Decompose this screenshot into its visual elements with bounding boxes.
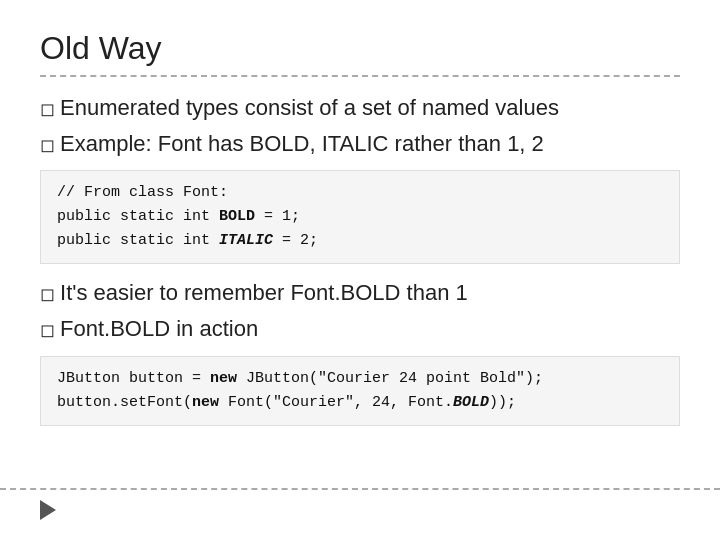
nav-arrow-icon[interactable] <box>40 500 56 520</box>
bullet-1: Enumerated types consist of a set of nam… <box>40 93 680 123</box>
bottom-divider <box>0 488 720 490</box>
slide-title: Old Way <box>40 30 680 67</box>
code-line-4: JButton button = new JButton("Courier 24… <box>57 367 663 391</box>
top-bullets-section: Enumerated types consist of a set of nam… <box>40 93 680 158</box>
code-block-1: // From class Font: public static int BO… <box>40 170 680 264</box>
bullet-3: It's easier to remember Font.BOLD than 1 <box>40 278 680 308</box>
code-line-5: button.setFont(new Font("Courier", 24, F… <box>57 391 663 415</box>
code-block-2: JButton button = new JButton("Courier 24… <box>40 356 680 426</box>
code-line-3: public static int ITALIC = 2; <box>57 229 663 253</box>
code-line-2: public static int BOLD = 1; <box>57 205 663 229</box>
top-divider <box>40 75 680 77</box>
bullet-4: Font.BOLD in action <box>40 314 680 344</box>
bottom-nav[interactable] <box>40 500 56 520</box>
code-line-1: // From class Font: <box>57 181 663 205</box>
bottom-bullets-section: It's easier to remember Font.BOLD than 1… <box>40 278 680 343</box>
bullet-2: Example: Font has BOLD, ITALIC rather th… <box>40 129 680 159</box>
slide: Old Way Enumerated types consist of a se… <box>0 0 720 540</box>
